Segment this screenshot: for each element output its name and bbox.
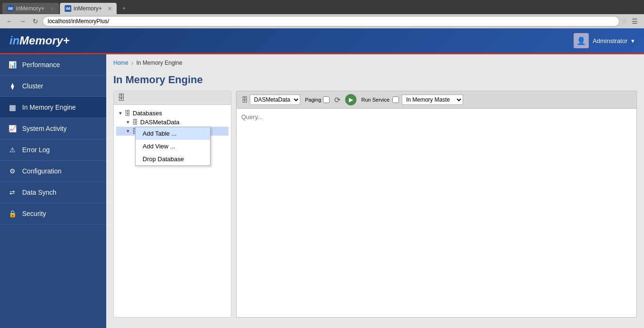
inmemory-icon: ▦ (7, 102, 17, 112)
breadcrumb-separator: › (131, 59, 134, 67)
tree-content: ▼ 🗄 Databases ▼ 🗄 DASMetaData ▼ (114, 105, 231, 139)
sidebar-label-activity: System Activity (22, 125, 67, 132)
tab-1-favicon: iM (7, 5, 14, 12)
sidebar-item-datasynch[interactable]: ⇄ Data Synch (0, 182, 106, 203)
config-icon: ⚙ (7, 166, 17, 176)
address-bar[interactable] (42, 16, 619, 26)
run-service-label: Run Service (361, 97, 390, 103)
query-toolbar: 🗄 DASMetaData SuperStore Paging (236, 91, 637, 109)
db-selector-group: 🗄 DASMetaData SuperStore (241, 95, 300, 105)
refresh-button[interactable]: ↻ (30, 17, 41, 26)
context-menu-add-view[interactable]: Add View ... (136, 140, 210, 153)
db-selector[interactable]: DASMetaData SuperStore (250, 95, 300, 105)
root-db-icon: 🗄 (125, 110, 131, 117)
main-area: 📊 Performance ⧫ Cluster ▦ In Memory Engi… (0, 54, 644, 328)
tab-2[interactable]: iM inMemory+ ✕ (60, 3, 117, 14)
sidebar-label-performance: Performance (22, 61, 60, 69)
tab-2-close[interactable]: ✕ (108, 6, 112, 12)
app-wrapper: inMemory+ 👤 Adminstrator ▾ 📊 Performance… (0, 28, 644, 328)
sidebar-label-inmemory: In Memory Engine (22, 104, 76, 111)
user-label: Adminstrator (593, 37, 627, 44)
header-right: 👤 Adminstrator ▾ (574, 33, 635, 48)
app-logo: inMemory+ (9, 34, 69, 47)
sidebar-label-cluster: Cluster (22, 82, 43, 90)
tab-1-label: inMemory+ (16, 5, 44, 12)
run-button[interactable]: ▶ (345, 94, 356, 105)
superstore-expand-icon: ▼ (126, 129, 132, 134)
menu-button[interactable]: ☰ (629, 17, 640, 26)
dasmetadata-expand-icon: ▼ (126, 120, 132, 125)
context-menu-add-table[interactable]: Add Table ... (136, 127, 210, 140)
new-tab-btn[interactable]: + (118, 3, 132, 14)
security-icon: 🔒 (7, 208, 17, 219)
forward-button[interactable]: → (17, 17, 28, 26)
tree-root-label: Databases (133, 110, 162, 117)
app-header: inMemory+ 👤 Adminstrator ▾ (0, 28, 644, 54)
run-service-group: Run Service In Memory Maste (361, 95, 463, 105)
tree-toolbar-icon: 🗄 (118, 94, 125, 102)
sidebar-item-performance[interactable]: 📊 Performance (0, 54, 106, 76)
paging-group: Paging (305, 96, 330, 103)
tree-root-node[interactable]: ▼ 🗄 Databases (116, 109, 229, 118)
page-title: In Memory Engine (106, 71, 644, 91)
paging-checkbox[interactable] (323, 96, 330, 103)
tree-node-dasmetadata-label: DASMetaData (140, 119, 179, 126)
context-menu-drop-database[interactable]: Drop Database (136, 153, 210, 165)
service-selector[interactable]: In Memory Maste (402, 95, 463, 105)
browser-chrome: iM inMemory+ ✕ iM inMemory+ ✕ + ← → ↻ ☆ … (0, 0, 644, 28)
root-expand-icon: ▼ (118, 111, 125, 116)
content-area: Home › In Memory Engine In Memory Engine… (106, 54, 644, 328)
query-textarea[interactable] (236, 109, 637, 318)
user-dropdown-icon[interactable]: ▾ (631, 37, 635, 44)
sidebar: 📊 Performance ⧫ Cluster ▦ In Memory Engi… (0, 54, 106, 328)
activity-icon: 📈 (7, 123, 17, 134)
sidebar-label-datasynch: Data Synch (22, 189, 56, 196)
tree-node-dasmetadata[interactable]: ▼ 🗄 DASMetaData (116, 118, 229, 127)
tab-1-close[interactable]: ✕ (50, 6, 54, 12)
performance-icon: 📊 (7, 60, 17, 70)
errorlog-icon: ⚠ (7, 145, 17, 155)
sidebar-item-errorlog[interactable]: ⚠ Error Log (0, 139, 106, 161)
back-button[interactable]: ← (4, 17, 15, 26)
run-service-checkbox[interactable] (392, 96, 399, 103)
sidebar-item-configuration[interactable]: ⚙ Configuration (0, 161, 106, 182)
db-selector-icon: 🗄 (241, 96, 248, 104)
avatar: 👤 (574, 33, 589, 48)
sidebar-label-security: Security (22, 210, 46, 217)
query-panel: 🗄 DASMetaData SuperStore Paging (236, 91, 637, 318)
datasynch-icon: ⇄ (7, 187, 17, 198)
refresh-button[interactable]: ⟳ (334, 95, 340, 104)
tab-2-label: inMemory+ (74, 5, 102, 12)
tab-2-favicon: iM (65, 5, 71, 12)
cluster-icon: ⧫ (7, 81, 17, 91)
sidebar-item-inmemory[interactable]: ▦ In Memory Engine (0, 97, 106, 118)
sidebar-item-security[interactable]: 🔒 Security (0, 203, 106, 224)
sidebar-label-errorlog: Error Log (22, 146, 50, 154)
tree-toolbar: 🗄 (114, 91, 231, 105)
breadcrumb: Home › In Memory Engine (106, 54, 644, 71)
nav-bar: ← → ↻ ☆ ☰ (0, 14, 644, 28)
tree-panel: 🗄 ▼ 🗄 Databases ▼ 🗄 DASMet (113, 91, 231, 318)
tab-1[interactable]: iM inMemory+ ✕ (2, 3, 59, 14)
bookmark-button[interactable]: ☆ (621, 17, 627, 25)
panel-area: 🗄 ▼ 🗄 Databases ▼ 🗄 DASMet (106, 91, 644, 325)
sidebar-item-cluster[interactable]: ⧫ Cluster (0, 76, 106, 97)
breadcrumb-home[interactable]: Home (113, 60, 128, 66)
paging-label: Paging (305, 97, 321, 103)
context-menu: Add Table ... Add View ... Drop Database (135, 127, 211, 166)
dasmetadata-db-icon: 🗄 (132, 119, 138, 126)
breadcrumb-current: In Memory Engine (136, 60, 182, 66)
tab-bar: iM inMemory+ ✕ iM inMemory+ ✕ + (0, 0, 644, 14)
sidebar-item-activity[interactable]: 📈 System Activity (0, 118, 106, 139)
sidebar-label-configuration: Configuration (22, 167, 61, 175)
